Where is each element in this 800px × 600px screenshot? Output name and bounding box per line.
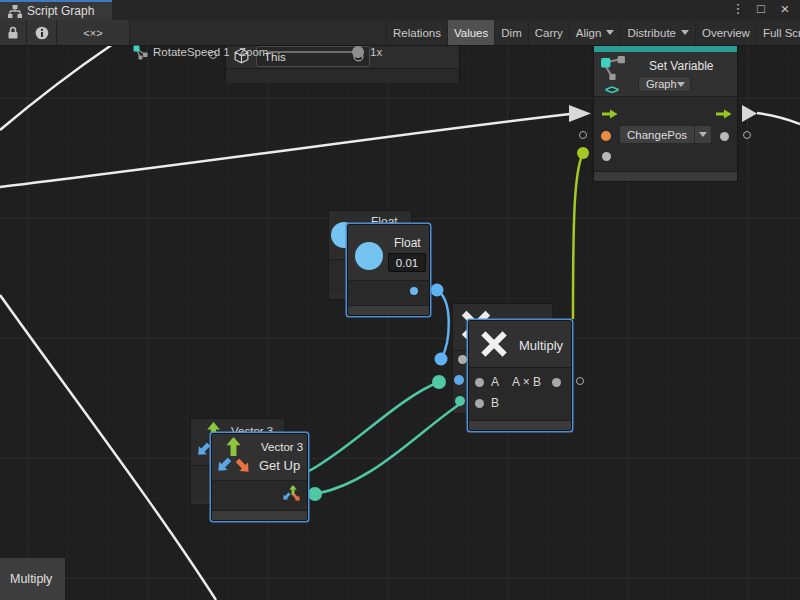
code-view-button[interactable]: <×> <box>57 20 130 45</box>
chevron-down-icon <box>677 82 685 87</box>
arrow-up-icon <box>224 437 243 456</box>
scope-value: Graph <box>639 78 677 90</box>
vector3-mini-icon <box>282 484 302 504</box>
node-title: Multiply <box>519 338 563 353</box>
input-b-label: B <box>491 396 499 410</box>
node-float-front[interactable]: Float 0.01 <box>347 224 430 316</box>
flow-out-port[interactable] <box>716 108 732 120</box>
scope-dropdown[interactable]: Graph <box>638 76 691 92</box>
node-multiply-front[interactable]: Multiply A A × B B <box>468 320 572 431</box>
value-out-port[interactable] <box>720 132 729 141</box>
node-title: Vector 3 <box>261 441 303 453</box>
window-titlebar: Script Graph ⋮ □ × <box>0 0 800 21</box>
node-title: Float <box>394 236 421 250</box>
set-variable-left-circle-port[interactable] <box>579 131 587 139</box>
input-a-label: A <box>491 375 499 389</box>
window-menu-icon[interactable]: ⋮ <box>728 1 748 16</box>
multiply-x-icon <box>477 327 511 361</box>
node-vector3-front[interactable]: Vector 3 Get Up <box>211 433 308 521</box>
zoom-slider-handle[interactable] <box>352 46 364 58</box>
toolbar-button-overview[interactable]: Overview <box>696 20 757 45</box>
node-title: Set Variable <box>649 59 713 73</box>
chevron-down-icon <box>606 30 614 35</box>
code-brackets-icon: <> <box>605 82 618 97</box>
variable-name-port[interactable] <box>601 131 611 141</box>
window-maximize-icon[interactable]: □ <box>751 1 771 16</box>
zoom-value-label: 1x <box>370 46 382 58</box>
toolbar-button-distribute[interactable]: Distribute <box>621 20 696 45</box>
port-gray[interactable] <box>458 355 467 364</box>
value-in-port[interactable] <box>602 152 611 161</box>
float-inner-output-dot[interactable] <box>410 287 418 295</box>
tab-script-graph[interactable]: Script Graph <box>0 0 112 20</box>
graph-name-label: RotateSpeed 1 <box>153 46 230 58</box>
toolbar-button-align[interactable]: Align <box>570 20 622 45</box>
lock-icon <box>7 26 19 40</box>
toolbar-button-fullscreen[interactable]: Full Screen <box>757 20 800 45</box>
node-set-variable[interactable]: <> Set Variable Graph ChangePos <box>593 45 738 182</box>
port-blue-a[interactable] <box>454 375 464 385</box>
toolbar-button-dim[interactable]: Dim <box>495 20 528 45</box>
tab-label: Script Graph <box>27 4 94 18</box>
chevron-down-icon <box>681 30 689 35</box>
set-variable-right-circle-port[interactable] <box>743 131 751 139</box>
code-view-icon: <×> <box>83 27 102 39</box>
output-port[interactable] <box>552 378 561 387</box>
toolbar-button-relations[interactable]: Relations <box>387 20 448 45</box>
node-operation: Get Up <box>259 458 300 473</box>
window-close-icon[interactable]: × <box>775 0 795 17</box>
zoom-slider-track[interactable] <box>268 51 364 53</box>
lock-button[interactable] <box>0 20 27 45</box>
toolbar-button-values[interactable]: Values <box>448 20 495 45</box>
graph-toolbar: <×> RotateSpeed 1 Zoom 1x Relations Valu… <box>0 20 800 46</box>
set-variable-icon <box>600 55 627 82</box>
input-a-port[interactable] <box>475 378 484 387</box>
variable-dropdown[interactable]: ChangePos <box>619 125 712 144</box>
chevron-down-icon <box>699 132 707 137</box>
toolbar-button-carry[interactable]: Carry <box>529 20 570 45</box>
float-icon <box>355 242 383 270</box>
input-b-port[interactable] <box>475 399 484 408</box>
zoom-label: Zoom <box>239 46 268 58</box>
multiply-output-circle-port[interactable] <box>576 377 584 385</box>
variable-value: ChangePos <box>620 129 694 141</box>
variable-dropdown-button[interactable] <box>694 126 711 143</box>
node-title: Multiply <box>10 572 52 586</box>
script-graph-icon <box>8 5 22 18</box>
output-label: A × B <box>512 375 541 389</box>
float-value-field[interactable]: 0.01 <box>388 253 426 272</box>
graph-asset-icon <box>133 45 148 60</box>
info-button[interactable] <box>27 20 57 45</box>
node-multiply-corner[interactable]: Multiply <box>0 558 65 600</box>
info-icon <box>35 26 49 40</box>
port-teal-b[interactable] <box>455 396 465 406</box>
flow-in-port[interactable] <box>602 108 618 120</box>
